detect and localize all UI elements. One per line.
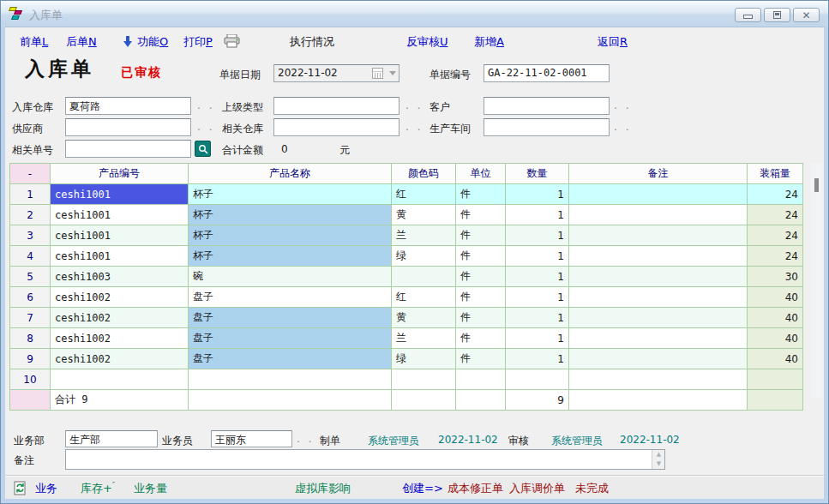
cell-name[interactable] (189, 369, 392, 390)
col-header-color-code[interactable]: 颜色码 (392, 164, 456, 184)
warehouse-field[interactable]: 夏荷路 (65, 97, 191, 115)
customer-field[interactable] (484, 97, 610, 115)
scroll-down-icon[interactable]: ▼ (652, 459, 665, 469)
col-header-unit[interactable]: 单位 (456, 164, 506, 184)
cell-unit[interactable]: 件 (456, 267, 506, 287)
cell-note[interactable] (569, 287, 748, 308)
functions-button[interactable]: 功能O (137, 34, 168, 50)
doc-date-field[interactable]: 2022-11-02 (273, 64, 399, 82)
stock-plus-button[interactable]: 库存+″ (81, 481, 115, 496)
supplier-browse-dots[interactable]: . . (197, 121, 214, 133)
cell-num[interactable]: 6 (10, 287, 51, 308)
cell-box[interactable]: 24 (748, 205, 803, 225)
note-scrollbar[interactable]: ▲▼ (652, 450, 664, 469)
col-header-index[interactable]: - (10, 164, 51, 184)
cell-color[interactable]: 兰 (392, 225, 456, 246)
cell-qty[interactable]: 1 (506, 287, 569, 308)
business-button[interactable]: 业务 (35, 481, 57, 496)
printer-icon[interactable] (224, 34, 241, 48)
col-header-note[interactable]: 备注 (569, 164, 748, 184)
cell-color[interactable]: 黄 (392, 205, 456, 225)
cell-color[interactable]: 兰 (392, 328, 456, 349)
cell-num[interactable]: 2 (10, 205, 51, 225)
cell-unit[interactable]: 件 (456, 225, 506, 246)
minimize-button[interactable] (735, 8, 761, 22)
cell-color[interactable] (392, 369, 456, 390)
cell-name[interactable]: 盘子 (189, 349, 392, 369)
cell-code[interactable]: ceshi1001 (51, 225, 189, 246)
cell-box[interactable]: 30 (748, 267, 803, 287)
lookup-button[interactable] (195, 141, 211, 157)
close-button[interactable]: ✕ (793, 8, 820, 22)
cell-color[interactable]: 红 (392, 287, 456, 308)
cell-note[interactable] (569, 267, 748, 287)
cell-name[interactable]: 盘子 (189, 328, 392, 349)
col-header-product-code[interactable]: 产品编号 (51, 164, 189, 184)
virtual-stock-impact-button[interactable]: 虚拟库影响 (295, 481, 351, 496)
cell-qty[interactable]: 1 (506, 205, 569, 225)
cell-name[interactable]: 杯子 (189, 184, 392, 205)
dept-field[interactable]: 生产部 (65, 430, 158, 447)
return-button[interactable]: 返回R (598, 34, 628, 50)
cell-unit[interactable] (456, 369, 506, 390)
doc-no-field[interactable]: GA-22-11-02-0001 (484, 64, 610, 82)
print-button[interactable]: 打印P (183, 34, 213, 50)
cell-box[interactable]: 24 (748, 225, 803, 246)
cell-num[interactable]: 5 (10, 267, 51, 287)
cell-box[interactable] (748, 369, 803, 390)
warehouse-browse-dots[interactable]: . . (197, 99, 214, 111)
cell-unit[interactable]: 件 (456, 308, 506, 328)
cell-num[interactable]: 10 (10, 369, 51, 390)
cell-code[interactable]: ceshi1002 (51, 287, 189, 308)
execution-status-button[interactable]: 执行情况 (290, 34, 334, 50)
customer-browse-dots[interactable]: . . (614, 99, 631, 111)
cell-note[interactable] (569, 246, 748, 267)
cell-unit[interactable]: 件 (456, 328, 506, 349)
cell-name[interactable]: 盘子 (189, 308, 392, 328)
cell-qty[interactable]: 1 (506, 184, 569, 205)
col-header-product-name[interactable]: 产品名称 (189, 164, 392, 184)
cell-box[interactable]: 40 (748, 308, 803, 328)
clerk-browse-dots[interactable]: . . (297, 433, 314, 445)
cell-qty[interactable]: 1 (506, 308, 569, 328)
scroll-up-icon[interactable]: ▲ (652, 450, 665, 459)
cell-qty[interactable]: 1 (506, 225, 569, 246)
inbound-price-adjust-doc-button[interactable]: 入库调价单 (509, 481, 565, 496)
cell-box[interactable]: 40 (748, 287, 803, 308)
cell-qty[interactable]: 1 (506, 246, 569, 267)
table-scrollbar[interactable] (811, 163, 822, 398)
cell-num[interactable]: 8 (10, 328, 51, 349)
cell-name[interactable]: 杯子 (189, 225, 392, 246)
cell-unit[interactable]: 件 (456, 205, 506, 225)
next-doc-button[interactable]: 后单N (66, 34, 97, 50)
cell-num[interactable]: 4 (10, 246, 51, 267)
cell-note[interactable] (569, 308, 748, 328)
related-warehouse-field[interactable] (273, 118, 399, 136)
parent-type-browse-dots[interactable]: . . (405, 99, 423, 111)
scrollbar-thumb[interactable] (814, 178, 819, 192)
cell-unit[interactable]: 件 (456, 349, 506, 369)
cell-box[interactable]: 40 (748, 328, 803, 349)
cell-box[interactable]: 24 (748, 246, 803, 267)
cell-qty[interactable]: 1 (506, 328, 569, 349)
col-header-quantity[interactable]: 数量 (506, 164, 569, 184)
cell-note[interactable] (569, 349, 748, 369)
cell-unit[interactable]: 件 (456, 246, 506, 267)
cell-color[interactable]: 黄 (392, 308, 456, 328)
business-volume-button[interactable]: 业务量 (134, 481, 167, 496)
cell-name[interactable]: 杯子 (189, 246, 392, 267)
clerk-field[interactable]: 王丽东 (211, 430, 292, 447)
cell-code[interactable] (51, 369, 189, 390)
cell-color[interactable]: 红 (392, 184, 456, 205)
workshop-field[interactable] (484, 118, 610, 136)
related-warehouse-browse-dots[interactable]: . . (405, 121, 423, 133)
cell-color[interactable] (392, 267, 456, 287)
create-button[interactable]: 创建=> (402, 481, 443, 496)
cell-name[interactable]: 碗 (189, 267, 392, 287)
date-dropdown-icon[interactable] (389, 71, 396, 79)
cell-qty[interactable] (506, 369, 569, 390)
supplier-field[interactable] (65, 118, 191, 136)
cell-unit[interactable]: 件 (456, 287, 506, 308)
col-header-box-qty[interactable]: 装箱量 (748, 164, 803, 184)
cell-note[interactable] (569, 205, 748, 225)
